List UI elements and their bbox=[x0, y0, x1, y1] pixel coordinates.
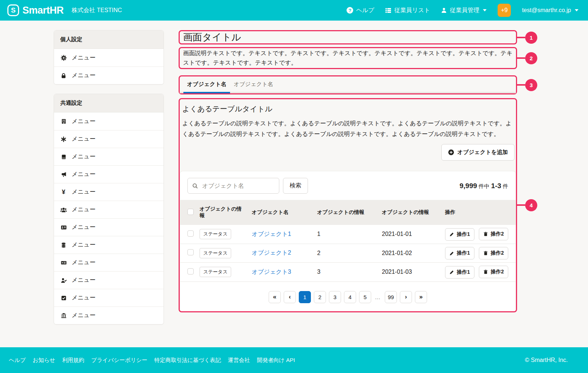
edit-action-label: 操作1 bbox=[457, 250, 470, 257]
footer-link-company[interactable]: 運営会社 bbox=[228, 357, 250, 364]
annotation-connector bbox=[517, 57, 525, 59]
column-header: オブジェクトの情報 bbox=[197, 200, 249, 225]
app-footer: ヘルプ お知らせ 利用規約 プライバシーポリシー 特定商取引法に基づく表記 運営… bbox=[0, 347, 588, 373]
sidebar-item-label: メニュー bbox=[72, 118, 96, 125]
nav-employee-admin-label: 従業員管理 bbox=[450, 7, 479, 14]
result-count: 9,999 件中 1-3 件 bbox=[459, 182, 508, 190]
object-link[interactable]: オブジェクト1 bbox=[252, 231, 291, 237]
trash-icon bbox=[483, 232, 488, 237]
footer-link-developer-api[interactable]: 開発者向け API bbox=[257, 357, 295, 364]
sidebar: 個人設定 メニュー メニュー 共通設定 メニュー bbox=[54, 30, 164, 324]
tabs-region: オブジェクト名 オブジェクト名 3 bbox=[179, 75, 517, 94]
header-nav: ? ヘルプ 従業員リスト 従業員管理 +9 test@smarthr.co.jp bbox=[347, 4, 578, 17]
count-total: 9,999 bbox=[459, 182, 477, 190]
pagination-page-3[interactable]: 3 bbox=[329, 291, 341, 303]
id-card-icon bbox=[60, 225, 67, 230]
object-link[interactable]: オブジェクト2 bbox=[252, 250, 291, 256]
footer-link-news[interactable]: お知らせ bbox=[33, 357, 55, 364]
landmark-icon bbox=[60, 313, 67, 319]
sidebar-item-label: メニュー bbox=[72, 153, 96, 161]
sidebar-item-label: メニュー bbox=[72, 206, 96, 214]
nav-help[interactable]: ? ヘルプ bbox=[347, 7, 374, 14]
tab-object-2[interactable]: オブジェクト名 bbox=[230, 80, 277, 92]
delete-action-button[interactable]: 操作2 bbox=[479, 228, 508, 240]
content-area: 個人設定 メニュー メニュー 共通設定 メニュー bbox=[0, 21, 588, 347]
pencil-icon bbox=[449, 270, 454, 275]
sidebar-item-settings[interactable]: メニュー bbox=[54, 49, 164, 67]
sidebar-item-check-square[interactable]: メニュー bbox=[54, 289, 164, 306]
nav-employee-admin[interactable]: 従業員管理 bbox=[441, 7, 487, 14]
sidebar-item-members[interactable]: メニュー bbox=[54, 201, 164, 218]
table-card: 検索 9,999 件中 1-3 件 オブジェクトの情報 オブジェクト名 bbox=[180, 171, 516, 311]
sidebar-item-database[interactable]: メニュー bbox=[54, 236, 164, 254]
gear-icon bbox=[60, 55, 67, 61]
row-checkbox[interactable] bbox=[187, 249, 194, 255]
object-link[interactable]: オブジェクト3 bbox=[252, 269, 291, 275]
sidebar-item-landmark[interactable]: メニュー bbox=[54, 306, 164, 324]
pagination-page-4[interactable]: 4 bbox=[344, 291, 356, 303]
edit-action-button[interactable]: 操作1 bbox=[445, 247, 474, 259]
help-icon: ? bbox=[347, 7, 353, 14]
nav-employee-list-label: 従業員リスト bbox=[394, 7, 430, 14]
pagination-page-1[interactable]: 1 bbox=[299, 291, 311, 303]
user-icon bbox=[441, 7, 447, 13]
trash-icon bbox=[483, 251, 488, 256]
table-section-region: よくあるテーブルタイトル よくあるテーブルの説明テキストです。よくあるテーブルの… bbox=[179, 98, 517, 312]
delete-action-label: 操作2 bbox=[491, 269, 504, 275]
edit-action-button[interactable]: 操作1 bbox=[445, 266, 474, 279]
footer-link-commerce-law[interactable]: 特定商取引法に基づく表記 bbox=[154, 357, 221, 364]
pagination-first-button[interactable]: « bbox=[269, 291, 281, 303]
delete-action-button[interactable]: 操作2 bbox=[479, 247, 508, 259]
sidebar-item-label: メニュー bbox=[72, 188, 96, 196]
check-square-icon bbox=[60, 295, 67, 301]
delete-action-button[interactable]: 操作2 bbox=[479, 266, 508, 278]
footer-link-help[interactable]: ヘルプ bbox=[9, 357, 26, 364]
footer-link-terms[interactable]: 利用規約 bbox=[62, 357, 84, 364]
footer-link-privacy[interactable]: プライバシーポリシー bbox=[91, 357, 147, 364]
notification-badge[interactable]: +9 bbox=[498, 4, 511, 17]
pagination-next-button[interactable]: › bbox=[400, 291, 412, 303]
megaphone-icon bbox=[60, 172, 67, 177]
row-checkbox[interactable] bbox=[187, 230, 194, 237]
sidebar-item-label: メニュー bbox=[72, 259, 96, 266]
pagination-page-2[interactable]: 2 bbox=[314, 291, 326, 303]
pagination-prev-button[interactable]: ‹ bbox=[284, 291, 296, 303]
sidebar-section-personal: 個人設定 メニュー メニュー bbox=[54, 30, 164, 85]
tab-object-1[interactable]: オブジェクト名 bbox=[183, 80, 230, 92]
account-menu[interactable]: test@smarthr.co.jp bbox=[522, 7, 578, 14]
count-range: 1-3 bbox=[491, 182, 501, 190]
status-badge: ステータス bbox=[200, 248, 231, 258]
search-field[interactable] bbox=[187, 178, 279, 194]
sidebar-item-asterisk[interactable]: メニュー bbox=[54, 130, 164, 148]
row-checkbox[interactable] bbox=[187, 268, 194, 275]
delete-action-label: 操作2 bbox=[491, 250, 504, 257]
sidebar-item-label: メニュー bbox=[72, 241, 96, 249]
search-input[interactable] bbox=[201, 182, 275, 190]
search-button[interactable]: 検索 bbox=[283, 178, 308, 194]
app-header: S SmartHR 株式会社 TESTINC ? ヘルプ 従業員リスト 従業員管… bbox=[0, 0, 588, 21]
sidebar-item-id-card[interactable]: メニュー bbox=[54, 218, 164, 236]
sidebar-item-payroll[interactable]: ¥ メニュー bbox=[54, 183, 164, 201]
sidebar-item-money-check[interactable]: メニュー bbox=[54, 254, 164, 271]
edit-action-button[interactable]: 操作1 bbox=[445, 228, 474, 241]
select-all-checkbox[interactable] bbox=[187, 209, 194, 215]
sidebar-item-book[interactable]: メニュー bbox=[54, 148, 164, 165]
sidebar-item-company[interactable]: メニュー bbox=[54, 112, 164, 130]
sidebar-item-security[interactable]: メニュー bbox=[54, 67, 164, 84]
column-header: 操作 bbox=[442, 200, 516, 225]
pagination-page-5[interactable]: 5 bbox=[359, 291, 371, 303]
annotation-marker-4: 4 bbox=[525, 199, 537, 211]
sidebar-item-user-check[interactable]: メニュー bbox=[54, 271, 164, 289]
column-header: オブジェクト名 bbox=[249, 200, 314, 225]
table-description: よくあるテーブルの説明テキストです。よくあるテーブルの説明テキストです。よくある… bbox=[182, 118, 513, 139]
smarthr-logo[interactable]: S SmartHR bbox=[7, 4, 64, 16]
object-info: 2 bbox=[314, 244, 379, 263]
nav-employee-list[interactable]: 従業員リスト bbox=[385, 7, 430, 14]
pagination-last-button[interactable]: » bbox=[415, 291, 427, 303]
table-section-head: よくあるテーブルタイトル よくあるテーブルの説明テキストです。よくあるテーブルの… bbox=[180, 104, 516, 139]
pagination-page-99[interactable]: 99 bbox=[385, 291, 397, 303]
add-object-button[interactable]: オブジェクトを追加 bbox=[441, 144, 514, 161]
sidebar-item-announcement[interactable]: メニュー bbox=[54, 165, 164, 183]
money-check-icon bbox=[60, 260, 67, 266]
tab-bar: オブジェクト名 オブジェクト名 bbox=[180, 80, 516, 93]
